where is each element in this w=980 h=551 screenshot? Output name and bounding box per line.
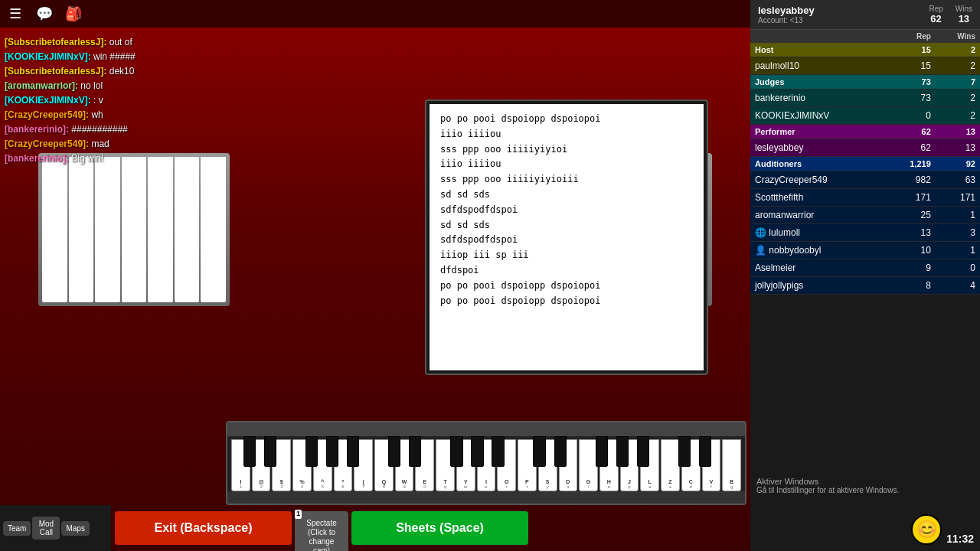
piano-black-key[interactable] xyxy=(471,436,483,467)
sheet-line: iiio iiiiou xyxy=(440,157,693,172)
right-panel: lesleyabbey Account: <13 Rep 62 Wins 13 … xyxy=(750,0,980,551)
chat-user: [KOOKIExJIMINxV]: xyxy=(5,51,91,62)
chat-message: no lol xyxy=(78,80,103,91)
piano-white-key[interactable]: Bg xyxy=(722,439,741,491)
chat-message: mad xyxy=(89,139,109,149)
chat-message: ########### xyxy=(69,124,128,135)
section-header-judges: Judges 73 7 xyxy=(750,75,980,90)
piano-black-key[interactable] xyxy=(450,436,462,467)
chat-line: [CrazyCreeper549]: wh xyxy=(5,108,217,122)
section-header-performer: Performer 62 13 xyxy=(750,125,980,139)
piano-keyboard: I1@2$3%4^5*6(7Q8W9E0TqYwIeOrPtSyDuGiHoJp… xyxy=(226,421,746,505)
score-row: Scottthefifth 171 171 xyxy=(750,189,980,207)
piano-black-key[interactable] xyxy=(347,436,359,467)
piano-black-key[interactable] xyxy=(388,436,400,467)
player-name: Scottthefifth xyxy=(750,189,887,207)
col-rep: Rep xyxy=(887,30,936,43)
chat-line: [SubscribetofearlessJ]: dek10 xyxy=(5,64,217,78)
score-row: jollyjollypigs 8 4 xyxy=(750,277,980,295)
player-name: aromanwarrior xyxy=(750,207,887,224)
section-wins: 2 xyxy=(936,43,980,57)
player-name: CrazyCreeper549 xyxy=(750,171,887,189)
tab-team[interactable]: Team xyxy=(3,521,31,536)
bag-icon[interactable]: 🎒 xyxy=(63,3,84,24)
chat-user: [aromanwarrior]: xyxy=(5,80,78,91)
piano-black-key[interactable] xyxy=(264,436,276,467)
sheet-line: dfdspoi xyxy=(440,263,693,279)
sheet-content: po po pooi dspoiopp dspoiopoiiiio iiiiou… xyxy=(430,104,704,370)
score-row: lesleyabbey 62 13 xyxy=(750,139,980,157)
player-wins: 63 xyxy=(936,171,980,189)
player-name: jollyjollypigs xyxy=(750,277,887,295)
piano-black-key[interactable] xyxy=(305,436,318,467)
chat-user: [bankererinio]: xyxy=(5,153,69,164)
chat-icon[interactable]: 💬 xyxy=(34,3,55,24)
player-name: 👤 nobbydoobyl xyxy=(750,242,887,259)
piano-black-key[interactable] xyxy=(678,436,691,467)
spectate-badge: 1 xyxy=(295,510,302,519)
player-rep: 171 xyxy=(887,189,936,207)
piano-black-key[interactable] xyxy=(637,436,649,467)
score-row: aromanwarrior 25 1 xyxy=(750,207,980,224)
section-header-host: Host 15 2 xyxy=(750,43,980,57)
piano-black-key[interactable] xyxy=(596,436,608,467)
section-wins: 13 xyxy=(936,125,980,139)
section-wins: 92 xyxy=(936,157,980,171)
piano-black-key[interactable] xyxy=(326,436,338,467)
piano-black-key[interactable] xyxy=(492,436,504,467)
chat-user: [KOOKIExJIMINxV]: xyxy=(5,95,91,106)
sheets-button[interactable]: Sheets (Space) xyxy=(351,511,528,545)
bg-piano-left xyxy=(38,153,230,306)
player-wins: 3 xyxy=(936,224,980,242)
player-name: lesleyabbey xyxy=(750,139,887,157)
sheet-line: po po pooi dspoiopp dspoiopoi xyxy=(440,112,693,127)
piano-black-key[interactable] xyxy=(243,436,256,467)
player-wins: 1 xyxy=(936,242,980,259)
player-wins: 2 xyxy=(936,107,980,125)
sheet-line: sd sd sds xyxy=(440,218,693,233)
menu-icon[interactable]: ☰ xyxy=(5,3,26,24)
player-rep: 10 xyxy=(887,242,936,259)
player-rep: 0 xyxy=(887,107,936,125)
exit-button[interactable]: Exit (Backspace) xyxy=(115,511,292,545)
sheet-line: sdfdspodfdspoi xyxy=(440,233,693,248)
chat-user: [SubscribetofearlessJ]: xyxy=(5,37,106,47)
section-rep: 1,219 xyxy=(887,157,936,171)
player-wins: 1 xyxy=(936,207,980,224)
time-display: 11:32 xyxy=(946,533,974,545)
chat-user: [CrazyCreeper549]: xyxy=(5,109,89,120)
player-name: paulmoll10 xyxy=(750,57,887,75)
score-table: Rep Wins Host 15 2 paulmoll10 15 2 Judge… xyxy=(750,30,980,295)
sheet-line: sss ppp ooo iiiiiyiyioi xyxy=(440,142,693,158)
section-wins: 7 xyxy=(936,75,980,90)
chat-line: [KOOKIExJIMINxV]: : v xyxy=(5,93,217,107)
score-row: CrazyCreeper549 982 63 xyxy=(750,171,980,189)
piano-black-key[interactable] xyxy=(699,436,711,467)
player-wins: 2 xyxy=(936,90,980,107)
piano-black-key[interactable] xyxy=(533,436,545,467)
tab-mod-call[interactable]: ModCall xyxy=(32,517,60,540)
piano-top-labels xyxy=(227,422,745,436)
player-name: KOOKIExJIMINxV xyxy=(750,107,887,125)
sheet-modal: po po pooi dspoiopp dspoiopoiiiio iiiiou… xyxy=(425,99,708,375)
player-rep: 25 xyxy=(887,207,936,224)
piano-black-key[interactable] xyxy=(616,436,629,467)
tab-maps[interactable]: Maps xyxy=(61,521,89,536)
player-rep: 73 xyxy=(887,90,936,107)
sheet-line: sss ppp ooo iiiiiyiyioiii xyxy=(440,172,693,187)
chat-user: [bankererinio]: xyxy=(5,124,69,135)
piano-black-key[interactable] xyxy=(554,436,567,467)
chat-user: [CrazyCreeper549]: xyxy=(5,139,89,149)
piano-white-key[interactable]: Zs xyxy=(661,439,680,491)
user-header: lesleyabbey Account: <13 Rep 62 Wins 13 xyxy=(750,0,980,30)
chat-line: [CrazyCreeper549]: mad xyxy=(5,137,217,151)
section-label: Auditioners xyxy=(750,157,887,171)
chat-line: [bankererinio]: ########### xyxy=(5,122,217,136)
piano-black-key[interactable] xyxy=(409,436,421,467)
chat-line: [SubscribetofearlessJ]: out of xyxy=(5,35,217,49)
piano-keys-area[interactable]: I1@2$3%4^5*6(7Q8W9E0TqYwIeOrPtSyDuGiHoJp… xyxy=(227,436,745,491)
player-name: Aselmeier xyxy=(750,259,887,277)
col-name xyxy=(750,30,887,43)
spectate-button[interactable]: 1 Spectate(Click tochangecam) xyxy=(295,511,348,551)
section-header-auditioners: Auditioners 1,219 92 xyxy=(750,157,980,171)
